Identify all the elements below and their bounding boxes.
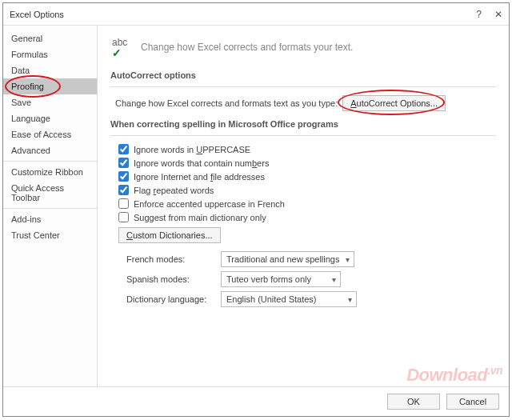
excel-options-dialog: Excel Options ? ✕ General Formulas Data … [2, 2, 510, 417]
autocorrect-desc: Change how Excel corrects and formats te… [115, 98, 338, 108]
check-numbers-label: Ignore words that contain numbers [134, 158, 269, 168]
check-flag-repeated[interactable] [118, 185, 129, 195]
dialog-footer: OK Cancel [3, 386, 509, 416]
spanish-modes-select[interactable]: Tuteo verb forms only [221, 271, 341, 287]
dict-language-label: Dictionary language: [126, 294, 221, 304]
sidebar: General Formulas Data Proofing Save Lang… [3, 26, 98, 386]
sidebar-item-formulas[interactable]: Formulas [3, 46, 97, 62]
section-autocorrect-title: AutoCorrect options [110, 70, 496, 80]
sidebar-item-advanced[interactable]: Advanced [3, 142, 97, 158]
check-internet-label: Ignore Internet and file addresses [134, 172, 265, 182]
sidebar-item-proofing[interactable]: Proofing [3, 78, 97, 94]
content-pane: abc ✓ Change how Excel corrects and form… [98, 26, 509, 386]
window-title: Excel Options [10, 10, 476, 19]
check-main-dict[interactable] [118, 212, 129, 222]
help-icon[interactable]: ? [476, 9, 482, 20]
sidebar-item-add-ins[interactable]: Add-ins [3, 211, 97, 227]
titlebar: Excel Options ? ✕ [3, 3, 509, 26]
check-flag-repeated-label: Flag repeated words [134, 186, 214, 195]
close-icon[interactable]: ✕ [494, 9, 502, 20]
check-main-dict-label: Suggest from main dictionary only [134, 213, 266, 222]
sidebar-item-save[interactable]: Save [3, 94, 97, 110]
sidebar-item-quick-access-toolbar[interactable]: Quick Access Toolbar [3, 180, 97, 206]
page-subtitle: Change how Excel corrects and formats yo… [141, 42, 353, 53]
custom-dictionaries-button[interactable]: Custom Dictionaries... [118, 227, 221, 243]
check-internet[interactable] [118, 171, 129, 182]
check-uppercase[interactable] [118, 144, 129, 154]
sidebar-item-data[interactable]: Data [3, 62, 97, 78]
proofing-icon: abc ✓ [110, 37, 133, 58]
sidebar-item-language[interactable]: Language [3, 110, 97, 126]
check-french-accent-label: Enforce accented uppercase in French [134, 199, 285, 209]
sidebar-item-trust-center[interactable]: Trust Center [3, 227, 97, 243]
check-numbers[interactable] [118, 158, 129, 168]
check-french-accent[interactable] [118, 198, 129, 209]
french-modes-select[interactable]: Traditional and new spellings [221, 251, 354, 267]
ok-button[interactable]: OK [387, 394, 440, 410]
spanish-modes-label: Spanish modes: [126, 274, 221, 284]
sidebar-item-general[interactable]: General [3, 30, 97, 46]
autocorrect-options-button[interactable]: AutoCorrect Options... [342, 95, 446, 111]
check-uppercase-label: Ignore words in UPPERCASE [134, 145, 250, 154]
section-spelling-title: When correcting spelling in Microsoft Of… [110, 119, 496, 129]
french-modes-label: French modes: [126, 254, 221, 264]
sidebar-item-ease-of-access[interactable]: Ease of Access [3, 126, 97, 142]
sidebar-item-customize-ribbon[interactable]: Customize Ribbon [3, 164, 97, 180]
dict-language-select[interactable]: English (United States) [221, 291, 357, 307]
cancel-button[interactable]: Cancel [446, 394, 499, 410]
